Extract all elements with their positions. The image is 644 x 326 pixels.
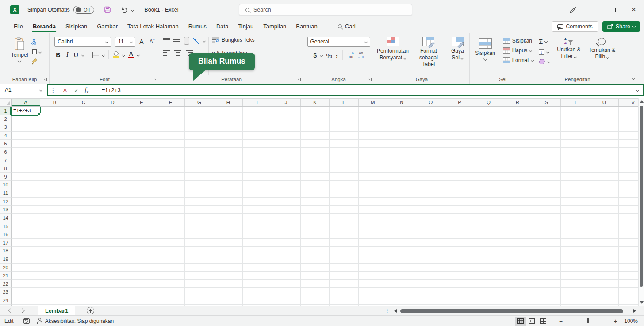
cell-P12[interactable] [445, 198, 474, 206]
cell-I6[interactable] [243, 148, 272, 156]
cell-M2[interactable] [359, 115, 387, 124]
cell-N14[interactable] [387, 214, 416, 222]
cell-D6[interactable] [98, 148, 127, 156]
insert-function-button[interactable]: fx [82, 86, 92, 94]
cell-T1[interactable] [561, 107, 590, 115]
cell-J8[interactable] [272, 164, 301, 173]
cell-S13[interactable] [532, 206, 561, 214]
paste-dropdown-chevron[interactable] [18, 59, 21, 62]
cell-C18[interactable] [69, 247, 98, 255]
cell-R24[interactable] [503, 296, 532, 305]
comments-button[interactable]: Comments [552, 21, 598, 32]
cell-J1[interactable] [272, 107, 301, 115]
cell-L11[interactable] [330, 189, 358, 198]
cell-J15[interactable] [272, 222, 301, 231]
cell-T12[interactable] [561, 198, 590, 206]
cell-C19[interactable] [69, 255, 98, 264]
cell-V8[interactable] [619, 164, 638, 173]
page-layout-view-button[interactable] [526, 317, 538, 326]
borders-button[interactable] [92, 52, 99, 58]
cell-D18[interactable] [98, 247, 127, 255]
cell-A7[interactable] [12, 156, 40, 165]
cell-P23[interactable] [445, 288, 474, 296]
cell-A17[interactable] [12, 239, 40, 247]
cell-B3[interactable] [40, 123, 69, 132]
cell-M24[interactable] [359, 296, 387, 305]
cell-E12[interactable] [127, 198, 156, 206]
cell-G5[interactable] [185, 140, 214, 148]
cell-B10[interactable] [40, 181, 69, 189]
cell-J19[interactable] [272, 255, 301, 264]
align-middle-button[interactable] [173, 38, 180, 44]
cell-M7[interactable] [359, 156, 387, 165]
column-header-Q[interactable]: Q [474, 99, 503, 106]
minimize-button[interactable]: — [583, 0, 603, 19]
cell-P3[interactable] [445, 123, 474, 132]
cell-H14[interactable] [214, 214, 243, 222]
cell-G15[interactable] [185, 222, 214, 231]
cell-K18[interactable] [301, 247, 330, 255]
cell-V18[interactable] [619, 247, 638, 255]
cell-B7[interactable] [40, 156, 69, 165]
cell-G17[interactable] [185, 239, 214, 247]
cell-N20[interactable] [387, 264, 416, 272]
cell-A13[interactable] [12, 206, 40, 214]
cell-N17[interactable] [387, 239, 416, 247]
cell-V6[interactable] [619, 148, 638, 156]
cell-D20[interactable] [98, 264, 127, 272]
cell-O6[interactable] [416, 148, 445, 156]
cell-O1[interactable] [416, 107, 445, 115]
cell-O11[interactable] [416, 189, 445, 198]
bold-button[interactable]: B [54, 51, 61, 58]
cell-L5[interactable] [330, 140, 358, 148]
zoom-slider-thumb[interactable] [587, 318, 589, 323]
previous-sheet-arrow[interactable] [8, 309, 13, 313]
cell-J22[interactable] [272, 280, 301, 288]
cell-B20[interactable] [40, 264, 69, 272]
cell-Q10[interactable] [474, 181, 503, 189]
cell-U3[interactable] [590, 123, 619, 132]
clear-button[interactable] [539, 59, 550, 64]
cell-R5[interactable] [503, 140, 532, 148]
cell-N10[interactable] [387, 181, 416, 189]
row-header-16[interactable]: 16 [0, 230, 12, 239]
insert-cells-button[interactable]: Sisipkan [503, 38, 533, 44]
cell-E2[interactable] [127, 115, 156, 124]
cell-H23[interactable] [214, 288, 243, 296]
borders-dropdown-chevron[interactable] [102, 53, 105, 56]
cell-C22[interactable] [69, 280, 98, 288]
cell-R22[interactable] [503, 280, 532, 288]
cell-I11[interactable] [243, 189, 272, 198]
tab-cari-search[interactable]: Cari [333, 20, 360, 32]
cell-L3[interactable] [330, 123, 358, 132]
cell-G12[interactable] [185, 198, 214, 206]
cell-J10[interactable] [272, 181, 301, 189]
copy-dropdown-chevron[interactable] [38, 50, 42, 53]
cell-K21[interactable] [301, 272, 330, 280]
cell-C14[interactable] [69, 214, 98, 222]
cell-U9[interactable] [590, 173, 619, 181]
cell-F15[interactable] [156, 222, 185, 231]
column-header-C[interactable]: C [69, 99, 98, 106]
cell-S7[interactable] [532, 156, 561, 165]
cell-B24[interactable] [40, 296, 69, 305]
comma-format-button[interactable]: , [336, 49, 338, 58]
normal-view-button[interactable] [515, 317, 526, 326]
row-header-21[interactable]: 21 [0, 272, 12, 280]
fill-color-dropdown-chevron[interactable] [122, 53, 125, 56]
cell-Q11[interactable] [474, 189, 503, 198]
row-header-24[interactable]: 24 [0, 296, 12, 305]
cell-O9[interactable] [416, 173, 445, 181]
vertical-scroll-thumb[interactable] [640, 106, 643, 287]
cell-K22[interactable] [301, 280, 330, 288]
cell-G9[interactable] [185, 173, 214, 181]
cell-R11[interactable] [503, 189, 532, 198]
cell-U15[interactable] [590, 222, 619, 231]
cell-D11[interactable] [98, 189, 127, 198]
cell-V2[interactable] [619, 115, 638, 124]
expand-formula-bar-chevron[interactable] [636, 89, 639, 92]
cell-Q8[interactable] [474, 164, 503, 173]
cell-P18[interactable] [445, 247, 474, 255]
cell-L23[interactable] [330, 288, 358, 296]
cell-C6[interactable] [69, 148, 98, 156]
